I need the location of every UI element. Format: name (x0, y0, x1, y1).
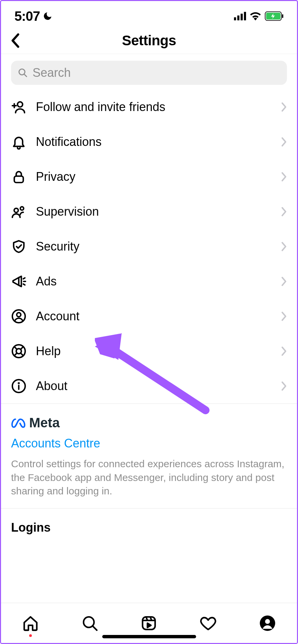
row-ads[interactable]: Ads (1, 264, 297, 299)
accounts-centre-link[interactable]: Accounts Centre (11, 436, 287, 450)
row-security[interactable]: Security (1, 229, 297, 264)
search-icon (18, 68, 28, 78)
svg-line-8 (24, 74, 26, 76)
nav-reels[interactable] (140, 614, 158, 632)
row-label: Security (36, 239, 272, 254)
status-time: 5:07 (14, 9, 40, 24)
meta-logo-icon (11, 418, 26, 428)
row-about[interactable]: About (1, 369, 297, 404)
lock-icon (11, 169, 26, 184)
back-button[interactable] (8, 31, 22, 51)
chevron-right-icon (281, 102, 287, 112)
row-label: About (36, 379, 272, 393)
meta-section: Meta Accounts Centre Control settings fo… (1, 404, 297, 508)
row-label: Help (36, 344, 272, 358)
row-notifications[interactable]: Notifications (1, 124, 297, 159)
chevron-right-icon (281, 346, 287, 356)
row-label: Account (36, 309, 272, 323)
svg-line-15 (23, 278, 25, 279)
svg-line-22 (14, 347, 17, 350)
supervision-icon (11, 204, 26, 219)
nav-search[interactable] (81, 614, 99, 632)
svg-rect-3 (244, 12, 246, 20)
nav-home-badge (29, 634, 32, 637)
row-privacy[interactable]: Privacy (1, 159, 297, 194)
chevron-right-icon (281, 311, 287, 321)
megaphone-icon (11, 274, 26, 289)
chevron-right-icon (281, 276, 287, 286)
search-input[interactable] (33, 66, 280, 80)
svg-point-28 (18, 383, 19, 383)
row-account[interactable]: Account (1, 299, 297, 334)
nav-activity[interactable] (199, 614, 217, 632)
cellular-icon (234, 12, 246, 20)
svg-point-9 (17, 102, 22, 107)
search-container (1, 54, 297, 90)
do-not-disturb-icon (43, 11, 53, 21)
svg-rect-2 (241, 14, 243, 20)
logins-section: Logins (1, 508, 297, 538)
battery-charging-icon (265, 11, 284, 21)
svg-rect-1 (237, 15, 239, 20)
chevron-right-icon (281, 172, 287, 182)
meta-brand: Meta (11, 415, 287, 430)
wifi-icon (249, 12, 261, 20)
logins-title: Logins (11, 521, 287, 535)
account-icon (11, 309, 26, 324)
nav-home[interactable] (21, 614, 40, 632)
row-label: Supervision (36, 205, 272, 219)
svg-line-23 (20, 347, 23, 350)
nav-profile[interactable] (258, 614, 277, 632)
row-label: Privacy (36, 170, 272, 184)
svg-rect-0 (234, 17, 236, 20)
row-label: Notifications (36, 135, 272, 149)
search-field[interactable] (11, 61, 287, 85)
svg-line-17 (23, 284, 25, 285)
svg-point-13 (14, 208, 18, 212)
lifebuoy-icon (11, 343, 26, 359)
row-follow-invite[interactable]: Follow and invite friends (1, 90, 297, 124)
home-indicator (102, 635, 196, 638)
bell-icon (11, 134, 26, 150)
svg-point-36 (265, 619, 270, 624)
row-label: Follow and invite friends (36, 100, 272, 114)
svg-point-14 (20, 207, 24, 210)
row-label: Ads (36, 274, 272, 288)
info-icon (11, 378, 26, 394)
svg-line-30 (93, 626, 97, 630)
chevron-right-icon (281, 241, 287, 252)
svg-rect-6 (282, 14, 283, 18)
svg-line-24 (14, 353, 17, 356)
svg-rect-12 (14, 176, 23, 182)
row-supervision[interactable]: Supervision (1, 194, 297, 229)
row-help[interactable]: Help (1, 334, 297, 369)
page-title: Settings (122, 33, 176, 49)
user-plus-icon (11, 99, 26, 115)
shield-check-icon (11, 239, 26, 254)
chevron-right-icon (281, 381, 287, 391)
svg-point-19 (17, 313, 21, 317)
chevron-right-icon (281, 137, 287, 147)
svg-line-25 (20, 353, 23, 356)
chevron-right-icon (281, 207, 287, 217)
settings-list: Follow and invite friends Notifications … (1, 90, 297, 404)
meta-description: Control settings for connected experienc… (11, 457, 287, 498)
meta-brand-text: Meta (29, 415, 60, 430)
header: Settings (1, 27, 297, 54)
status-bar: 5:07 (1, 1, 297, 27)
